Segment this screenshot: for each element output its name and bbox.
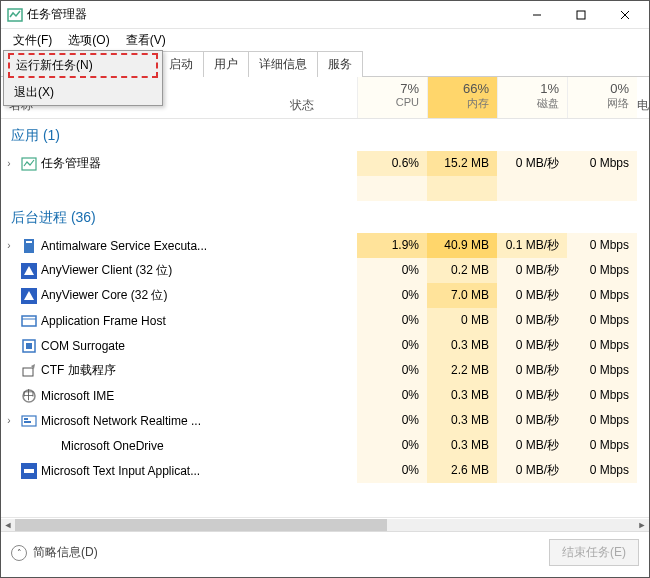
menu-exit[interactable]: 退出(X): [4, 80, 162, 105]
process-memory: 0.2 MB: [427, 258, 497, 283]
process-memory: 0.3 MB: [427, 383, 497, 408]
window-title: 任务管理器: [27, 6, 515, 23]
svg-rect-13: [26, 343, 32, 349]
scroll-left-arrow[interactable]: ◄: [1, 519, 15, 531]
svg-rect-14: [23, 368, 33, 376]
blank-row: [1, 176, 649, 201]
process-memory: 0.3 MB: [427, 408, 497, 433]
process-cpu: 0.6%: [357, 151, 427, 176]
svg-text:中: 中: [23, 388, 35, 402]
process-icon: [21, 156, 37, 172]
app-icon: [7, 7, 23, 23]
tab-details[interactable]: 详细信息: [248, 51, 318, 77]
menu-options[interactable]: 选项(O): [60, 30, 117, 51]
process-cpu: 0%: [357, 458, 427, 483]
menubar: 文件(F) 选项(O) 查看(V) 运行新任务(N) 退出(X): [1, 29, 649, 51]
header-disk-pct: 1%: [498, 81, 559, 96]
expand-icon[interactable]: ›: [1, 415, 17, 426]
process-row[interactable]: Microsoft Text Input Applicat...0%2.6 MB…: [1, 458, 649, 483]
close-button[interactable]: [603, 2, 647, 28]
fewer-details-button[interactable]: ˄ 简略信息(D): [11, 544, 98, 561]
file-menu-dropdown: 运行新任务(N) 退出(X): [3, 50, 163, 106]
svg-rect-10: [22, 316, 36, 326]
group-background[interactable]: 后台进程 (36): [1, 201, 649, 233]
end-task-button[interactable]: 结束任务(E): [549, 539, 639, 566]
header-mem-pct: 66%: [428, 81, 489, 96]
scroll-right-arrow[interactable]: ►: [635, 519, 649, 531]
minimize-button[interactable]: [515, 2, 559, 28]
header-cpu-lbl: CPU: [358, 96, 419, 108]
process-cpu: 0%: [357, 283, 427, 308]
process-row[interactable]: ›Antimalware Service Executa...1.9%40.9 …: [1, 233, 649, 258]
svg-rect-18: [24, 418, 28, 420]
process-disk: 0 MB/秒: [497, 283, 567, 308]
process-row[interactable]: ›Microsoft Network Realtime ...0%0.3 MB0…: [1, 408, 649, 433]
menu-view[interactable]: 查看(V): [118, 30, 174, 51]
scroll-thumb[interactable]: [15, 519, 387, 531]
process-name: Microsoft IME: [41, 389, 277, 403]
menu-file[interactable]: 文件(F): [5, 30, 60, 51]
header-power[interactable]: 电: [637, 77, 649, 118]
tab-startup[interactable]: 启动: [159, 51, 204, 77]
process-memory: 7.0 MB: [427, 283, 497, 308]
process-disk: 0 MB/秒: [497, 433, 567, 458]
process-row[interactable]: AnyViewer Core (32 位)0%7.0 MB0 MB/秒0 Mbp…: [1, 283, 649, 308]
process-memory: 0.3 MB: [427, 333, 497, 358]
process-row[interactable]: Application Frame Host0%0 MB0 MB/秒0 Mbps: [1, 308, 649, 333]
process-icon: [21, 438, 37, 454]
header-memory[interactable]: 66% 内存: [427, 77, 497, 118]
chevron-up-icon: ˄: [11, 545, 27, 561]
process-name: AnyViewer Client (32 位): [41, 262, 277, 279]
process-cpu: 0%: [357, 333, 427, 358]
menu-run-new-task[interactable]: 运行新任务(N): [8, 53, 158, 78]
process-icon: [21, 338, 37, 354]
process-network: 0 Mbps: [567, 383, 637, 408]
process-cpu: 0%: [357, 433, 427, 458]
header-network[interactable]: 0% 网络: [567, 77, 637, 118]
process-name: Microsoft Text Input Applicat...: [41, 464, 277, 478]
scrollbar-horizontal[interactable]: ◄ ►: [1, 517, 649, 531]
tab-services[interactable]: 服务: [317, 51, 363, 77]
process-row[interactable]: Microsoft OneDrive0%0.3 MB0 MB/秒0 Mbps: [1, 433, 649, 458]
process-icon: [21, 413, 37, 429]
process-name: Antimalware Service Executa...: [41, 239, 277, 253]
expand-icon[interactable]: ›: [1, 158, 17, 169]
header-status[interactable]: 状态: [262, 77, 342, 118]
process-network: 0 Mbps: [567, 283, 637, 308]
process-disk: 0 MB/秒: [497, 358, 567, 383]
process-name: COM Surrogate: [41, 339, 277, 353]
process-memory: 2.2 MB: [427, 358, 497, 383]
process-list[interactable]: 应用 (1)›任务管理器0.6%15.2 MB0 MB/秒0 Mbps后台进程 …: [1, 119, 649, 517]
process-disk: 0 MB/秒: [497, 408, 567, 433]
process-network: 0 Mbps: [567, 408, 637, 433]
header-disk[interactable]: 1% 磁盘: [497, 77, 567, 118]
maximize-button[interactable]: [559, 2, 603, 28]
process-cpu: 0%: [357, 383, 427, 408]
header-cpu[interactable]: 7% CPU: [357, 77, 427, 118]
tab-users[interactable]: 用户: [203, 51, 249, 77]
process-memory: 0.3 MB: [427, 433, 497, 458]
process-network: 0 Mbps: [567, 458, 637, 483]
process-network: 0 Mbps: [567, 151, 637, 176]
process-row[interactable]: AnyViewer Client (32 位)0%0.2 MB0 MB/秒0 M…: [1, 258, 649, 283]
process-cpu: 0%: [357, 408, 427, 433]
process-row[interactable]: 中Microsoft IME0%0.3 MB0 MB/秒0 Mbps: [1, 383, 649, 408]
group-apps[interactable]: 应用 (1): [1, 119, 649, 151]
window-controls: [515, 2, 647, 28]
process-row[interactable]: COM Surrogate0%0.3 MB0 MB/秒0 Mbps: [1, 333, 649, 358]
svg-rect-19: [24, 421, 31, 423]
process-icon: 中: [21, 388, 37, 404]
header-disk-lbl: 磁盘: [498, 96, 559, 111]
expand-icon[interactable]: ›: [1, 240, 17, 251]
process-network: 0 Mbps: [567, 233, 637, 258]
process-network: 0 Mbps: [567, 358, 637, 383]
process-disk: 0 MB/秒: [497, 333, 567, 358]
process-cpu: 0%: [357, 358, 427, 383]
process-disk: 0 MB/秒: [497, 458, 567, 483]
process-row[interactable]: CTF 加载程序0%2.2 MB0 MB/秒0 Mbps: [1, 358, 649, 383]
header-mem-lbl: 内存: [428, 96, 489, 111]
scroll-track[interactable]: [15, 519, 635, 531]
svg-rect-2: [577, 11, 585, 19]
process-icon: [21, 288, 37, 304]
process-row[interactable]: ›任务管理器0.6%15.2 MB0 MB/秒0 Mbps: [1, 151, 649, 176]
